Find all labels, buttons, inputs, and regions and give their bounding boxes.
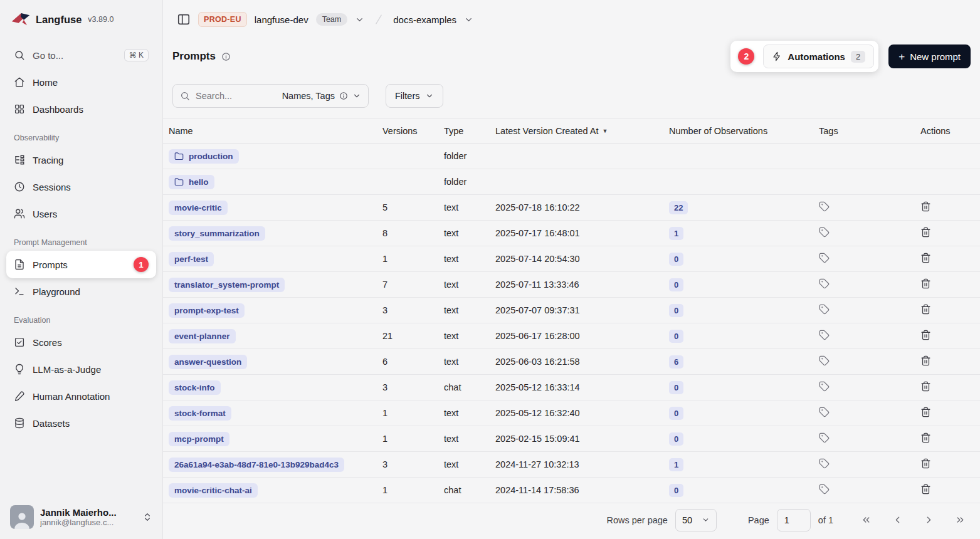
folder-link[interactable]: production bbox=[169, 149, 239, 164]
delete-button[interactable] bbox=[920, 432, 931, 443]
tag-icon[interactable] bbox=[819, 458, 830, 469]
sidebar-item-scores[interactable]: Scores bbox=[8, 330, 155, 355]
page-number-input[interactable] bbox=[777, 509, 811, 531]
table-row[interactable]: productionfolder bbox=[163, 144, 980, 169]
prompt-link[interactable]: perf-test bbox=[169, 252, 214, 266]
sidebar-toggle-icon[interactable] bbox=[177, 13, 191, 26]
automations-button[interactable]: Automations 2 bbox=[763, 44, 874, 68]
tag-icon[interactable] bbox=[819, 253, 830, 263]
table-row[interactable]: movie-critic5text2025-07-18 16:10:2222 bbox=[163, 195, 980, 221]
prompt-link[interactable]: stock-format bbox=[169, 406, 231, 421]
tag-icon[interactable] bbox=[819, 201, 830, 212]
chevron-down-icon[interactable] bbox=[464, 15, 473, 24]
folder-link[interactable]: hello bbox=[169, 175, 214, 189]
column-header-tags[interactable]: Tags bbox=[813, 126, 915, 136]
tag-icon[interactable] bbox=[819, 484, 830, 495]
observations-badge: 0 bbox=[669, 253, 683, 266]
table-row[interactable]: answer-question6text2025-06-03 16:21:586 bbox=[163, 349, 980, 375]
column-header-type[interactable]: Type bbox=[438, 126, 490, 136]
table-row[interactable]: movie-critic-chat-ai1chat2024-11-14 17:5… bbox=[163, 478, 980, 503]
delete-button[interactable] bbox=[920, 201, 931, 212]
delete-button[interactable] bbox=[920, 227, 931, 238]
table-row[interactable]: perf-test1text2025-07-14 20:54:300 bbox=[163, 246, 980, 272]
sidebar-item-users[interactable]: Users bbox=[8, 201, 155, 226]
tag-icon[interactable] bbox=[819, 227, 830, 238]
prompt-name: production bbox=[189, 152, 233, 161]
search-input[interactable]: Search... Names, Tags bbox=[172, 84, 369, 108]
column-header-name[interactable]: Name bbox=[163, 126, 377, 136]
prompt-link[interactable]: movie-critic-chat-ai bbox=[169, 483, 258, 498]
created-at-cell: 2025-07-11 13:33:46 bbox=[490, 280, 663, 290]
prompt-link[interactable]: stock-info bbox=[169, 380, 221, 395]
type-cell: text bbox=[438, 459, 490, 469]
sidebar-item-datasets[interactable]: Datasets bbox=[8, 411, 155, 436]
table-row[interactable]: hellofolder bbox=[163, 169, 980, 195]
column-header-number-of-observations[interactable]: Number of Observations bbox=[663, 126, 813, 136]
column-header-actions[interactable]: Actions bbox=[915, 126, 980, 136]
goto-search[interactable]: Go to... ⌘ K bbox=[8, 43, 155, 68]
rows-per-page-select[interactable]: 50 bbox=[675, 509, 717, 531]
delete-button[interactable] bbox=[920, 278, 931, 289]
sidebar-item-dashboards[interactable]: Dashboards bbox=[8, 97, 155, 122]
table-body: productionfolderhellofoldermovie-critic5… bbox=[163, 144, 980, 503]
tag-icon[interactable] bbox=[819, 432, 830, 443]
prev-page-button[interactable] bbox=[888, 511, 906, 529]
table-row[interactable]: 26a61a94-e3ab-48d7-81e0-13b929bad4c33tex… bbox=[163, 452, 980, 478]
tag-icon[interactable] bbox=[819, 304, 830, 315]
prompt-link[interactable]: event-planner bbox=[169, 329, 236, 343]
page-label: Page bbox=[748, 515, 769, 525]
chevron-down-icon[interactable] bbox=[355, 15, 364, 24]
tag-icon[interactable] bbox=[819, 381, 830, 392]
sidebar-item-prompts[interactable]: Prompts 1 bbox=[8, 252, 155, 277]
project-name[interactable]: docs-examples bbox=[393, 14, 456, 25]
sidebar-item-tracing[interactable]: Tracing bbox=[8, 147, 155, 172]
observations-cell: 6 bbox=[663, 355, 813, 369]
org-name[interactable]: langfuse-dev bbox=[255, 14, 308, 25]
delete-button[interactable] bbox=[920, 304, 931, 315]
prompt-link[interactable]: 26a61a94-e3ab-48d7-81e0-13b929bad4c3 bbox=[169, 458, 344, 472]
table-row[interactable]: event-planner21text2025-06-17 16:28:000 bbox=[163, 323, 980, 349]
tag-icon[interactable] bbox=[819, 355, 830, 366]
app-logo[interactable]: Langfuse v3.89.0 bbox=[0, 0, 162, 39]
delete-button[interactable] bbox=[920, 407, 931, 417]
delete-button[interactable] bbox=[920, 330, 931, 340]
prompt-link[interactable]: prompt-exp-test bbox=[169, 303, 245, 318]
table-row[interactable]: prompt-exp-test3text2025-07-07 09:37:310 bbox=[163, 298, 980, 323]
sidebar-item-human-annotation[interactable]: Human Annotation bbox=[8, 384, 155, 409]
prompt-link[interactable]: mcp-prompt bbox=[169, 432, 229, 446]
column-header-versions[interactable]: Versions bbox=[377, 126, 438, 136]
delete-button[interactable] bbox=[920, 355, 931, 366]
info-icon[interactable] bbox=[221, 52, 231, 61]
tag-icon[interactable] bbox=[819, 330, 830, 340]
next-page-button[interactable] bbox=[920, 511, 937, 529]
prompt-link[interactable]: translator_system-prompt bbox=[169, 278, 285, 292]
sidebar-item-llm-as-a-judge[interactable]: LLM-as-a-Judge bbox=[8, 357, 155, 382]
column-header-latest-version-created-at[interactable]: Latest Version Created At▼ bbox=[490, 126, 663, 136]
filters-button[interactable]: Filters bbox=[386, 84, 443, 108]
first-page-button[interactable] bbox=[857, 511, 875, 529]
table-row[interactable]: story_summarization8text2025-07-17 16:48… bbox=[163, 221, 980, 246]
table-row[interactable]: mcp-prompt1text2025-02-15 15:09:410 bbox=[163, 426, 980, 452]
tag-icon[interactable] bbox=[819, 407, 830, 417]
env-badge[interactable]: PROD-EU bbox=[198, 12, 247, 27]
delete-button[interactable] bbox=[920, 484, 931, 495]
search-scope-select[interactable]: Names, Tags bbox=[282, 91, 361, 101]
prompt-link[interactable]: movie-critic bbox=[169, 201, 228, 215]
tag-icon[interactable] bbox=[819, 278, 830, 289]
sidebar-item-sessions[interactable]: Sessions bbox=[8, 174, 155, 199]
sidebar-item-playground[interactable]: Playground bbox=[8, 279, 155, 304]
sidebar-item-home[interactable]: Home bbox=[8, 70, 155, 95]
user-email: jannik@langfuse.c... bbox=[40, 518, 117, 527]
table-row[interactable]: translator_system-prompt7text2025-07-11 … bbox=[163, 272, 980, 298]
prompt-link[interactable]: answer-question bbox=[169, 355, 247, 369]
table-row[interactable]: stock-format1text2025-05-12 16:32:400 bbox=[163, 400, 980, 426]
created-at-cell: 2025-06-03 16:21:58 bbox=[490, 357, 663, 367]
prompt-link[interactable]: story_summarization bbox=[169, 226, 265, 241]
new-prompt-button[interactable]: + New prompt bbox=[888, 44, 971, 68]
delete-button[interactable] bbox=[920, 381, 931, 392]
delete-button[interactable] bbox=[920, 253, 931, 263]
table-row[interactable]: stock-info3chat2025-05-12 16:33:140 bbox=[163, 375, 980, 400]
last-page-button[interactable] bbox=[951, 511, 969, 529]
user-menu[interactable]: Jannik Maierho... jannik@langfuse.c... bbox=[0, 498, 162, 539]
delete-button[interactable] bbox=[920, 458, 931, 469]
